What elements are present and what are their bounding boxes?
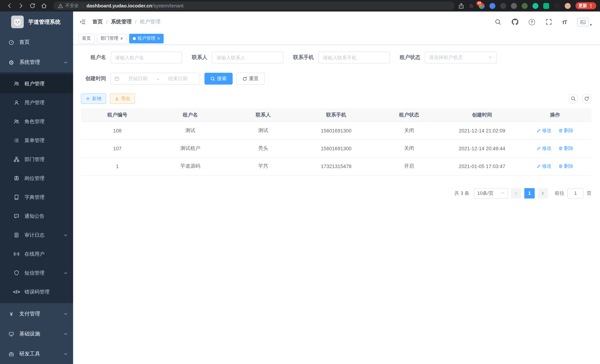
user-avatar-menu[interactable]: ▾ — [577, 18, 592, 26]
browser-reload-icon[interactable] — [29, 3, 36, 9]
address-bar[interactable]: 不安全 dashboard.yudao.iocoder.cn/system/te… — [53, 1, 454, 10]
goto-label: 前往 — [555, 190, 564, 196]
browser-forward-icon[interactable] — [18, 3, 24, 9]
extension-icon-olive[interactable] — [522, 3, 528, 9]
phone-input[interactable] — [318, 52, 390, 64]
delete-link[interactable]: 删除 — [558, 163, 573, 169]
search-button[interactable]: 搜索 — [205, 73, 233, 84]
filter-tenant-name: 租户名 — [81, 52, 182, 64]
contact-label: 联系人 — [192, 54, 207, 61]
edit-icon — [536, 128, 541, 133]
sidebar-item-dev-tools[interactable]: 研发工具 — [0, 344, 73, 364]
screen: 不安全 dashboard.yudao.iocoder.cn/system/te… — [0, 0, 600, 364]
sidebar-item-label: 菜单管理 — [25, 137, 45, 144]
page-size-select[interactable]: 10条/页 — [474, 188, 508, 198]
delete-link[interactable]: 删除 — [558, 145, 573, 152]
cell-created: 2021-12-14 21:02:09 — [446, 122, 519, 140]
sidebar-item-error-code[interactable]: </> 错误码管理 — [0, 282, 73, 301]
tab-home[interactable]: 首页 — [78, 34, 95, 43]
toolbar-refresh-button[interactable] — [582, 94, 591, 103]
prev-page-button[interactable] — [511, 188, 521, 198]
sidebar-item-notice[interactable]: 通知公告 — [0, 207, 73, 226]
cell-actions: 修改 删除 — [519, 157, 591, 175]
tenant-name-label: 租户名 — [81, 54, 106, 61]
github-icon[interactable] — [512, 19, 518, 25]
page-size-value: 10条/页 — [477, 190, 494, 196]
contact-input[interactable] — [212, 52, 283, 64]
edit-link[interactable]: 修改 — [536, 145, 552, 152]
sidebar-item-online-users[interactable]: 在线用户 — [0, 244, 73, 263]
edit-link[interactable]: 修改 — [536, 127, 552, 134]
extension-icon-dark[interactable] — [500, 3, 506, 9]
reset-button[interactable]: 重置 — [236, 73, 264, 84]
cell-contact: 秃头 — [227, 140, 300, 157]
bookmark-star-icon[interactable]: ☆ — [469, 3, 474, 9]
sidebar-collapse-icon[interactable] — [79, 19, 86, 25]
app-logo[interactable]: 芋道管理系统 — [0, 11, 73, 32]
extension-icon-gray[interactable] — [511, 3, 517, 9]
security-chip[interactable]: 不安全 — [58, 3, 79, 9]
fullscreen-icon[interactable] — [545, 19, 552, 25]
search-icon[interactable] — [495, 19, 501, 25]
sidebar-item-menu-management[interactable]: 菜单管理 — [0, 131, 73, 150]
extension-icon-colorful[interactable]: 10 — [479, 3, 485, 9]
toolbar-search-toggle-button[interactable] — [568, 94, 578, 103]
sidebar-item-dict-management[interactable]: 字典管理 — [0, 188, 73, 207]
sidebar-item-audit-log[interactable]: 审计日志 — [0, 226, 73, 244]
sidebar-item-sms-management[interactable]: 短信管理 — [0, 263, 73, 282]
font-size-icon[interactable]: tT — [562, 19, 567, 25]
extension-icon-green-chat[interactable] — [543, 3, 549, 9]
briefcase-icon — [8, 351, 14, 357]
sidebar-item-label: 审计日志 — [25, 232, 45, 238]
status-select[interactable]: 请选择租户状态 — [425, 52, 497, 64]
help-icon[interactable]: ? — [529, 19, 535, 25]
tab-dept-management[interactable]: 部门管理 × — [97, 34, 127, 43]
sidebar-item-label: 角色管理 — [25, 118, 45, 125]
breadcrumb-item-home[interactable]: 首页 — [92, 19, 103, 25]
tab-tenant-management[interactable]: 租户管理 × — [129, 34, 164, 43]
sidebar-item-home[interactable]: 首页 — [0, 32, 73, 52]
extension-icon-black[interactable] — [554, 3, 560, 9]
breadcrumb-item-system[interactable]: 系统管理 — [111, 19, 132, 25]
sidebar-item-user-management[interactable]: 用户管理 — [0, 93, 73, 112]
extension-icon-green-check[interactable] — [533, 3, 538, 9]
breadcrumb-separator: / — [106, 19, 108, 25]
sidebar-item-post-management[interactable]: 岗位管理 — [0, 169, 73, 188]
extension-icon-tan[interactable] — [565, 3, 571, 9]
add-button[interactable]: 新增 — [81, 93, 106, 104]
date-range-picker[interactable]: 开始日期 - 结束日期 — [111, 73, 200, 84]
browser-home-icon[interactable] — [41, 3, 47, 9]
tab-close-icon[interactable]: × — [120, 36, 123, 41]
book-icon — [13, 195, 20, 200]
sidebar-item-infrastructure[interactable]: 基础设施 — [0, 324, 73, 344]
delete-link[interactable]: 删除 — [558, 127, 573, 134]
browser-back-icon[interactable] — [6, 3, 13, 9]
cell-actions: 修改 删除 — [519, 140, 591, 157]
extension-icon-blue[interactable] — [489, 3, 495, 9]
browser-update-button[interactable]: 更新 ⋮ — [575, 2, 596, 9]
col-actions: 操作 — [519, 108, 591, 122]
sidebar-item-tenant-management[interactable]: 租户管理 — [0, 74, 73, 93]
browser-actions: ☆ 10 更新 ⋮ — [458, 2, 596, 9]
download-icon — [115, 96, 119, 101]
plus-icon — [86, 96, 90, 101]
sidebar-item-role-management[interactable]: 角色管理 — [0, 112, 73, 131]
sidebar-item-dept-management[interactable]: 部门管理 — [0, 150, 73, 169]
tenant-table: 租户编号 租户名 联系人 联系手机 租户状态 创建时间 操作 108 测试 — [81, 108, 591, 175]
filter-status: 租户状态 请选择租户状态 — [400, 52, 497, 64]
sidebar-item-payment[interactable]: ¥ 支付管理 — [0, 304, 73, 324]
extension-badge: 10 — [477, 1, 482, 5]
edit-link[interactable]: 修改 — [536, 163, 552, 169]
sidebar-item-system-management[interactable]: 系统管理 — [0, 52, 73, 72]
cell-contact: 芋艿 — [227, 157, 300, 175]
goto-page-input[interactable] — [567, 188, 584, 198]
page-number-current[interactable]: 1 — [524, 188, 535, 198]
active-dot — [133, 37, 136, 40]
export-button[interactable]: 导出 — [110, 93, 135, 104]
share-icon[interactable] — [458, 3, 464, 9]
next-page-button[interactable] — [538, 188, 548, 198]
cell-phone: 15601691300 — [300, 122, 373, 140]
tenant-name-input[interactable] — [111, 52, 182, 64]
tab-close-icon[interactable]: × — [157, 36, 160, 41]
tab-label: 租户管理 — [138, 35, 155, 42]
